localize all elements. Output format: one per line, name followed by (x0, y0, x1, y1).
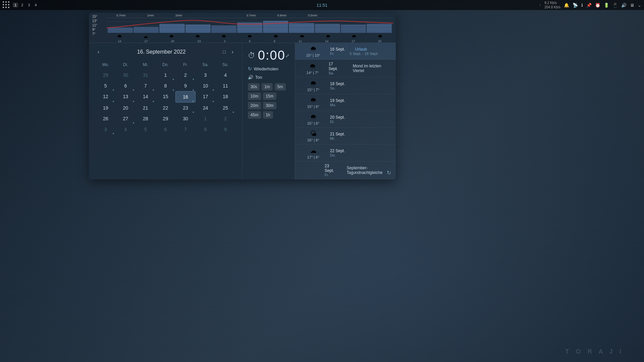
calendar-day[interactable]: 30 (175, 113, 196, 124)
weather-day-weekday: Fr. (330, 52, 345, 56)
timer-display: 0:00 (258, 48, 285, 63)
calendar-day[interactable]: 25 (215, 103, 235, 113)
weather-day-row[interactable]: ☁17° | 6°22 Sept.Do. (295, 144, 396, 162)
clock-icon[interactable]: ⏰ (595, 3, 600, 8)
preset-15m[interactable]: 15m (263, 93, 276, 100)
calendar-day[interactable]: 18 (215, 91, 235, 103)
info-icon[interactable]: ℹ (581, 3, 583, 8)
taskbar-clock: 11:51 (317, 3, 328, 8)
temp-15: 15° (92, 15, 97, 18)
calendar-day[interactable]: 22 (156, 103, 176, 113)
weather-day-row[interactable]: 23 Sept.Fr.September-Tagundnachtgleiche (295, 162, 396, 179)
calendar-day[interactable]: 9 (215, 124, 235, 135)
weather-day-event: Urlaub5 Sept. - 16 Sept. (350, 47, 378, 56)
weather-day-row[interactable]: 🌤16° | 6°21 Sept.Mi. (295, 128, 396, 144)
calendar-day[interactable]: 12 (96, 91, 116, 103)
calendar-prev-button[interactable]: ‹ (96, 48, 101, 56)
calendar-day[interactable]: 6 (116, 80, 136, 91)
calendar-day[interactable]: 29 (96, 70, 116, 80)
chevron-down-icon[interactable]: ⌄ (638, 3, 641, 8)
calendar-day[interactable]: 2 (175, 70, 196, 80)
calendar-day[interactable]: 23 (175, 103, 196, 113)
calendar-grid-button[interactable]: □ (221, 49, 227, 55)
weather-day-meta: 16 Sept.Fr. (330, 47, 345, 56)
bell-icon[interactable]: 🔔 (564, 3, 569, 8)
weather-day-row[interactable]: 🌧15° | 6°20 Sept.Di. (295, 111, 396, 128)
calendar-day[interactable]: 1 (156, 70, 176, 80)
calendar-day[interactable]: 2 (215, 113, 235, 124)
main-widget: 15° 13° 11° 9° 7° 0.7mm 1mm 2mm 0.7mm 0.… (89, 13, 396, 179)
speaker-icon[interactable]: 🔊 (621, 3, 627, 8)
weather-day-weekday: Sa. (328, 71, 342, 75)
calendar-day[interactable]: 7 (175, 124, 196, 135)
calendar-day[interactable]: 21 (136, 103, 156, 113)
calendar-day[interactable]: 4 (116, 124, 136, 135)
calendar-day[interactable]: 28 (136, 113, 156, 124)
preset-1h[interactable]: 1h (263, 111, 273, 119)
calendar-month-title: 16. September 2022 (137, 49, 186, 55)
calendar-day[interactable]: 5 (136, 124, 156, 135)
calendar-day[interactable]: 19 (96, 103, 116, 113)
calendar-day[interactable]: 8 (196, 124, 216, 135)
calendar-day[interactable]: 7 (136, 80, 156, 91)
weather-day-icon: 🌧 (309, 62, 316, 70)
calendar-day[interactable]: 16 (175, 91, 196, 103)
preset-1m[interactable]: 1m (262, 83, 273, 90)
workspace-3[interactable]: 3 (26, 3, 32, 7)
apps-grid-icon[interactable] (3, 1, 10, 9)
timer-header: ⏱ 0:00 ⤢ (248, 48, 289, 63)
calendar-day[interactable]: 29 (156, 113, 176, 124)
calendar-day[interactable]: 3 (96, 124, 116, 135)
weather-day-icon: 🌧 (310, 45, 317, 53)
calendar-day[interactable]: 11 (215, 80, 235, 91)
calendar-day[interactable]: 8 (156, 80, 176, 91)
preset-20m[interactable]: 20m (248, 102, 261, 109)
preset-10m[interactable]: 10m (248, 93, 261, 100)
battery-icon[interactable]: 🔋 (604, 3, 609, 8)
preset-30s[interactable]: 30s (248, 83, 260, 90)
monitor-icon[interactable]: 🖥 (630, 3, 634, 8)
calendar-day[interactable]: 4 (215, 70, 235, 80)
calendar-day[interactable]: 30 (116, 70, 136, 80)
workspace-4[interactable]: 4 (33, 3, 38, 7)
calendar-day[interactable]: 24 (196, 103, 216, 113)
preset-30m[interactable]: 30m (263, 102, 276, 109)
preset-5m[interactable]: 5m (275, 83, 286, 90)
calendar-next-button[interactable]: › (229, 48, 235, 56)
calendar-day[interactable]: 26 (96, 113, 116, 124)
calendar-day[interactable]: 27 (116, 113, 136, 124)
preset-45m[interactable]: 45m (248, 111, 261, 119)
calendar-nav-right: □ › (221, 48, 235, 56)
timer-clock-icon: ⏱ (248, 51, 255, 60)
weather-day-temps: 15° | 6° (307, 105, 319, 109)
weather-day-icon: 🌧 (310, 113, 317, 121)
calendar-day[interactable]: 20 (116, 103, 136, 113)
calendar-day[interactable]: 10 (196, 80, 216, 91)
calendar-day[interactable]: 31 (136, 70, 156, 80)
calendar-day[interactable]: 5 (96, 80, 116, 91)
timer-expand-button[interactable]: ⤢ (285, 53, 289, 58)
refresh-button[interactable]: ↻ (387, 170, 391, 176)
calendar-day[interactable]: 9 (175, 80, 196, 91)
calendar-day[interactable]: 1 (196, 113, 216, 124)
weather-day-row[interactable]: 🌧15° | 7°18 Sept.So. (295, 77, 396, 94)
weather-day-row[interactable]: 🌧15° | 10°16 Sept.Fr.Urlaub5 Sept. - 16 … (295, 43, 396, 60)
calendar-day[interactable]: 13 (116, 91, 136, 103)
calendar-day[interactable]: 3 (196, 70, 216, 80)
weather-day-temps: 14° | 7° (307, 71, 319, 75)
weather-day-meta: 23 Sept.Fr. (325, 164, 337, 177)
weather-day-date: 16 Sept. (330, 47, 345, 52)
rss-icon[interactable]: 📡 (573, 3, 578, 8)
workspace-2[interactable]: 2 (19, 3, 25, 7)
workspace-1[interactable]: 1 (13, 3, 18, 7)
weather-day-row[interactable]: 🌧15° | 6°19 Sept.Mo. (295, 94, 396, 111)
watermark: T O R A J I (565, 348, 624, 355)
calendar-day[interactable]: 15 (156, 91, 176, 103)
pin-icon[interactable]: 📌 (586, 3, 592, 8)
calendar-day[interactable]: 6 (156, 124, 176, 135)
calendar-day[interactable]: 17 (196, 91, 216, 103)
sound-icon: 🔊 (248, 75, 253, 80)
phone-icon[interactable]: 📱 (612, 3, 618, 8)
calendar-day[interactable]: 14 (136, 91, 156, 103)
weather-day-row[interactable]: 🌧14° | 7°17 Sept.Sa.Mond im letzten Vier… (295, 60, 396, 77)
